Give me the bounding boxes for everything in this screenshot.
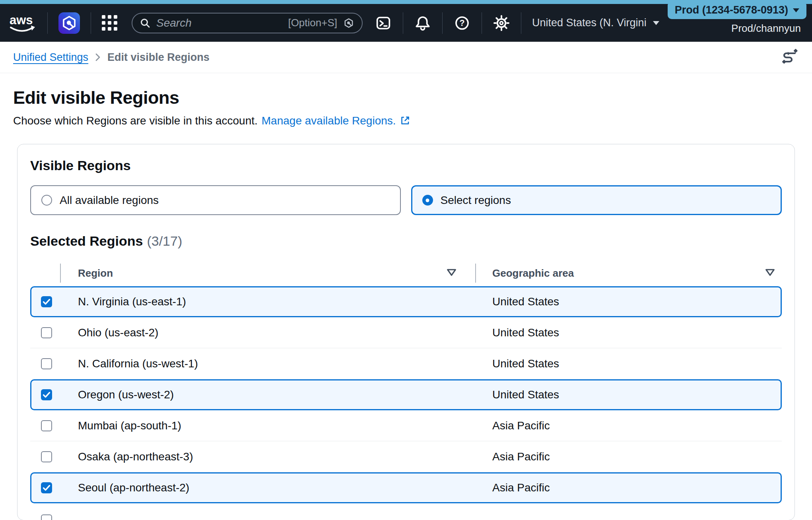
workflow-route-icon bbox=[781, 49, 799, 65]
table-row-partial[interactable] bbox=[30, 503, 782, 520]
search-placeholder: Search bbox=[156, 17, 192, 29]
tile-select-regions[interactable]: Select regions bbox=[411, 185, 782, 215]
row-checkbox-unchecked[interactable] bbox=[41, 358, 52, 369]
nav-divider bbox=[442, 12, 443, 34]
settings-button[interactable] bbox=[493, 14, 510, 32]
workflow-route-button[interactable] bbox=[781, 49, 799, 66]
nav-divider bbox=[47, 12, 48, 34]
sort-filter-icon bbox=[765, 268, 775, 277]
row-checkbox-unchecked[interactable] bbox=[41, 451, 52, 462]
external-link-icon bbox=[400, 115, 410, 126]
search-icon bbox=[140, 17, 151, 29]
tile-all-available-regions[interactable]: All available regions bbox=[30, 185, 401, 215]
env-badge-label: Prod (1234-5678-0913) bbox=[675, 4, 788, 16]
main-content: Edit visible Regions Choose which Region… bbox=[0, 87, 812, 520]
gear-icon bbox=[493, 15, 509, 31]
federated-user-label: Prod/channyun bbox=[731, 22, 801, 35]
amazon-q-icon[interactable] bbox=[58, 12, 80, 34]
nav-divider bbox=[482, 12, 482, 34]
table-row-n-virginia[interactable]: N. Virginia (us-east-1) United States bbox=[30, 286, 782, 317]
column-header-region: Region bbox=[78, 267, 113, 279]
tile-label: All available regions bbox=[60, 194, 159, 207]
aws-logo-text: aws bbox=[10, 13, 33, 27]
search-input[interactable]: Search [Option+S] bbox=[132, 13, 363, 33]
row-checkbox-unchecked[interactable] bbox=[41, 327, 52, 338]
page-description: Choose which Regions are visible in this… bbox=[13, 114, 799, 127]
nav-divider bbox=[91, 12, 91, 34]
notifications-button[interactable] bbox=[414, 14, 431, 32]
visible-regions-card: Visible Regions All available regions Se… bbox=[17, 144, 795, 520]
geo-cell: Asia Pacific bbox=[492, 450, 550, 463]
row-checkbox-checked[interactable] bbox=[41, 389, 52, 400]
amazon-q-hexagon-icon bbox=[343, 17, 355, 29]
selected-regions-title: Selected Regions bbox=[30, 233, 143, 248]
table-row-seoul[interactable]: Seoul (ap-northeast-2) Asia Pacific bbox=[30, 472, 782, 503]
page-title: Edit visible Regions bbox=[13, 87, 799, 108]
breadcrumb-chevron-icon bbox=[95, 52, 101, 63]
region-selector-label: United States (N. Virgini bbox=[532, 17, 647, 29]
table-row-ohio[interactable]: Ohio (us-east-2) United States bbox=[30, 317, 782, 348]
column-divider bbox=[60, 264, 61, 283]
search-shortcut-hint: [Option+S] bbox=[288, 17, 337, 29]
geographic-area-sort-button[interactable] bbox=[765, 268, 775, 278]
nav-divider bbox=[521, 12, 521, 34]
aws-logo[interactable]: aws bbox=[9, 12, 37, 34]
column-header-geographic-area: Geographic area bbox=[492, 267, 574, 279]
cloudshell-button[interactable] bbox=[375, 14, 392, 32]
selected-regions-heading: Selected Regions(3/17) bbox=[30, 233, 782, 249]
check-icon bbox=[41, 296, 52, 307]
region-cell: Oregon (us-west-2) bbox=[78, 388, 174, 401]
geo-cell: United States bbox=[492, 326, 559, 339]
amazon-q-glyph-icon bbox=[60, 14, 78, 32]
svg-text:?: ? bbox=[459, 18, 464, 28]
chevron-down-icon bbox=[793, 8, 799, 12]
region-cell: Seoul (ap-northeast-2) bbox=[78, 481, 189, 494]
radio-unselected-icon[interactable] bbox=[41, 195, 52, 206]
geo-cell: United States bbox=[492, 357, 559, 370]
table-row-oregon[interactable]: Oregon (us-west-2) United States bbox=[30, 379, 782, 410]
table-row-n-california[interactable]: N. California (us-west-1) United States bbox=[30, 348, 782, 379]
region-cell: Osaka (ap-northeast-3) bbox=[78, 450, 193, 463]
help-icon: ? bbox=[454, 15, 470, 31]
geo-cell: Asia Pacific bbox=[492, 481, 550, 494]
nav-divider bbox=[403, 12, 403, 34]
cloudshell-icon bbox=[376, 16, 391, 30]
region-cell: N. California (us-west-1) bbox=[78, 357, 198, 370]
help-button[interactable]: ? bbox=[453, 14, 471, 32]
region-sort-button[interactable] bbox=[446, 268, 457, 278]
geo-cell: United States bbox=[492, 295, 559, 308]
breadcrumb: Unified Settings Edit visible Regions bbox=[0, 42, 812, 73]
table-header-row: Region Geographic area bbox=[30, 260, 782, 286]
row-checkbox-unchecked[interactable] bbox=[41, 420, 52, 431]
row-checkbox-checked[interactable] bbox=[41, 296, 52, 307]
radio-selected-icon[interactable] bbox=[422, 195, 433, 206]
tile-label: Select regions bbox=[441, 194, 511, 207]
sort-filter-icon bbox=[446, 268, 457, 277]
region-cell: N. Virginia (us-east-1) bbox=[78, 295, 186, 308]
selected-regions-count: (3/17) bbox=[147, 233, 182, 248]
region-cell: Mumbai (ap-south-1) bbox=[78, 419, 181, 432]
table-row-osaka[interactable]: Osaka (ap-northeast-3) Asia Pacific bbox=[30, 441, 782, 472]
check-icon bbox=[41, 482, 52, 493]
account-env-badge[interactable]: Prod (1234-5678-0913) bbox=[668, 1, 806, 19]
services-grid-icon[interactable] bbox=[102, 15, 117, 31]
breadcrumb-current: Edit visible Regions bbox=[107, 51, 210, 64]
region-mode-tiles: All available regions Select regions bbox=[30, 185, 782, 215]
check-icon bbox=[41, 389, 52, 400]
bell-icon bbox=[415, 15, 431, 31]
region-selector[interactable]: United States (N. Virgini bbox=[532, 17, 659, 29]
description-text: Choose which Regions are visible in this… bbox=[13, 114, 258, 127]
geo-cell: Asia Pacific bbox=[492, 419, 550, 432]
breadcrumb-link-unified-settings[interactable]: Unified Settings bbox=[13, 51, 88, 64]
table-row-mumbai[interactable]: Mumbai (ap-south-1) Asia Pacific bbox=[30, 410, 782, 441]
column-divider bbox=[475, 264, 476, 283]
regions-table: Region Geographic area N. bbox=[30, 260, 782, 520]
geo-cell: United States bbox=[492, 388, 559, 401]
manage-regions-link[interactable]: Manage available Regions. bbox=[262, 114, 396, 127]
region-cell: Ohio (us-east-2) bbox=[78, 326, 158, 339]
row-checkbox-unchecked[interactable] bbox=[41, 514, 52, 520]
card-heading: Visible Regions bbox=[30, 158, 782, 173]
row-checkbox-checked[interactable] bbox=[41, 482, 52, 493]
chevron-down-icon bbox=[653, 21, 659, 25]
